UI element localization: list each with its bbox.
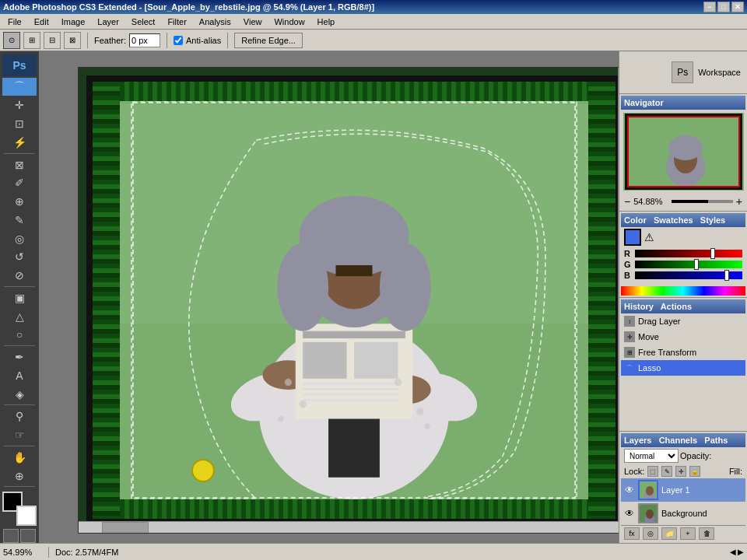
history-lasso[interactable]: ⌒ Lasso bbox=[621, 360, 745, 376]
window-controls: − □ ✕ bbox=[703, 2, 744, 12]
layer-row-background[interactable]: 👁 Background bbox=[621, 502, 745, 525]
anti-alias-checkbox[interactable] bbox=[174, 36, 183, 45]
layer-group-button[interactable]: 📁 bbox=[661, 527, 677, 540]
menu-analysis[interactable]: Analysis bbox=[193, 16, 237, 28]
g-channel-bar[interactable] bbox=[635, 261, 742, 268]
ps-mini-icon[interactable]: Ps bbox=[672, 61, 693, 83]
history-drag-layer[interactable]: ↕ Drag Layer bbox=[621, 313, 745, 329]
menu-edit[interactable]: Edit bbox=[28, 16, 55, 28]
tool-notes[interactable]: ⚲ bbox=[2, 407, 37, 425]
tool-eraser[interactable]: ⊘ bbox=[2, 266, 37, 285]
tool-pen[interactable]: ✒ bbox=[2, 348, 37, 366]
foreground-swatch[interactable] bbox=[624, 229, 641, 246]
layer-new-button[interactable]: + bbox=[680, 527, 696, 540]
maximize-button[interactable]: □ bbox=[717, 2, 730, 12]
title-text: Adobe Photoshop CS3 Extended - [Sour_App… bbox=[3, 2, 374, 12]
navigator-thumbnail[interactable] bbox=[623, 113, 744, 191]
r-label: R bbox=[624, 249, 632, 258]
r-slider[interactable] bbox=[710, 248, 715, 259]
refine-edge-button[interactable]: Refine Edge... bbox=[234, 33, 303, 48]
feather-input[interactable] bbox=[129, 33, 160, 47]
vertical-scrollbar[interactable] bbox=[618, 68, 619, 533]
b-channel-bar[interactable] bbox=[635, 271, 742, 279]
tool-text[interactable]: A bbox=[2, 366, 37, 385]
b-slider[interactable] bbox=[724, 270, 729, 281]
zoom-value: 54.88% bbox=[633, 197, 668, 206]
layer-row-layer1[interactable]: 👁 Layer 1 bbox=[621, 478, 745, 502]
tool-dodge[interactable]: ○ bbox=[2, 325, 37, 344]
svg-point-22 bbox=[285, 379, 292, 386]
stripes-top bbox=[120, 82, 588, 101]
menu-file[interactable]: File bbox=[2, 16, 28, 28]
status-sep1 bbox=[48, 547, 49, 558]
tool-crop[interactable]: ⊠ bbox=[2, 156, 37, 174]
tool-sep5 bbox=[4, 446, 35, 446]
lock-row: Lock: ⬚ ✎ ✛ 🔒 Fill: bbox=[621, 464, 745, 478]
lasso-tool-option[interactable]: ⊙ bbox=[3, 32, 20, 49]
background-color[interactable] bbox=[16, 506, 37, 526]
free-transform-icon: ⊞ bbox=[624, 347, 635, 358]
status-arrow-right[interactable]: ▶ bbox=[738, 548, 744, 556]
tool-eyedropper[interactable]: ✐ bbox=[2, 173, 37, 192]
menu-help[interactable]: Help bbox=[311, 16, 342, 28]
menu-window[interactable]: Window bbox=[268, 16, 310, 28]
close-button[interactable]: ✕ bbox=[731, 2, 744, 12]
h-scrollbar-thumb[interactable] bbox=[102, 522, 149, 534]
menu-layer[interactable]: Layer bbox=[91, 16, 125, 28]
tool-gradient[interactable]: ▣ bbox=[2, 289, 37, 307]
zoom-plus[interactable]: + bbox=[736, 195, 742, 208]
workspace-button[interactable]: Workspace bbox=[698, 68, 741, 77]
svg-point-26 bbox=[278, 416, 284, 422]
menu-filter[interactable]: Filter bbox=[161, 16, 192, 28]
tool-zoom[interactable]: ⊕ bbox=[2, 467, 37, 485]
lock-all-icon[interactable]: 🔒 bbox=[689, 466, 700, 477]
svg-rect-12 bbox=[303, 383, 398, 386]
horizontal-scrollbar[interactable] bbox=[79, 521, 619, 533]
layer1-visibility-icon[interactable]: 👁 bbox=[624, 485, 635, 495]
menu-view[interactable]: View bbox=[237, 16, 268, 28]
color-spectrum-bar[interactable] bbox=[621, 286, 745, 296]
zoom-slider[interactable] bbox=[672, 200, 733, 203]
lock-position-icon[interactable]: ✛ bbox=[675, 466, 686, 477]
status-arrow-left[interactable]: ◀ bbox=[730, 548, 736, 556]
layer-delete-button[interactable]: 🗑 bbox=[699, 527, 714, 540]
blend-mode-select[interactable]: Normal bbox=[624, 449, 679, 463]
tool-blur[interactable]: △ bbox=[2, 307, 37, 326]
standard-mode[interactable] bbox=[3, 529, 19, 543]
tool-move[interactable]: ✛ bbox=[2, 96, 37, 114]
minimize-button[interactable]: − bbox=[703, 2, 716, 12]
tool-eyedropper2[interactable]: ☞ bbox=[2, 425, 37, 444]
background-visibility-icon[interactable]: 👁 bbox=[624, 508, 635, 519]
layer-mask-button[interactable]: ◎ bbox=[643, 527, 658, 540]
g-slider[interactable] bbox=[694, 259, 699, 270]
navigator-panel: Navigator bbox=[619, 94, 747, 212]
lock-image-icon[interactable]: ✎ bbox=[661, 466, 672, 477]
tool-magic-wand[interactable]: ⚡ bbox=[2, 133, 37, 152]
menu-select[interactable]: Select bbox=[125, 16, 162, 28]
options-sep1 bbox=[87, 33, 88, 48]
tool-brush[interactable]: ✎ bbox=[2, 211, 37, 229]
tool-spot-heal[interactable]: ⊕ bbox=[2, 192, 37, 211]
tool-history-brush[interactable]: ↺ bbox=[2, 247, 37, 266]
layers-controls: Normal Opacity: bbox=[621, 447, 745, 464]
history-free-transform[interactable]: ⊞ Free Transform bbox=[621, 345, 745, 360]
menu-image[interactable]: Image bbox=[55, 16, 92, 28]
lasso-intersect-option[interactable]: ⊠ bbox=[64, 32, 81, 49]
quick-mask-mode[interactable] bbox=[20, 529, 36, 543]
channel-b: B bbox=[624, 271, 742, 280]
lasso-subtract-option[interactable]: ⊟ bbox=[44, 32, 61, 49]
r-channel-bar[interactable] bbox=[635, 250, 742, 257]
zoom-minus[interactable]: − bbox=[624, 195, 630, 208]
tool-lasso[interactable]: ⌒ bbox=[2, 78, 37, 96]
channel-g: G bbox=[624, 260, 742, 269]
tool-clone[interactable]: ◎ bbox=[2, 229, 37, 248]
lasso-add-option[interactable]: ⊞ bbox=[23, 32, 40, 49]
history-move[interactable]: ✛ Move bbox=[621, 329, 745, 345]
photoshop-canvas[interactable] bbox=[78, 67, 619, 534]
tool-marquee[interactable]: ⊡ bbox=[2, 114, 37, 133]
lock-transparent-icon[interactable]: ⬚ bbox=[647, 466, 658, 477]
tool-shape[interactable]: ◈ bbox=[2, 385, 37, 404]
status-zoom: 54.99% bbox=[3, 548, 42, 557]
layer-fx-button[interactable]: fx bbox=[624, 527, 640, 540]
tool-hand[interactable]: ✋ bbox=[2, 448, 37, 467]
